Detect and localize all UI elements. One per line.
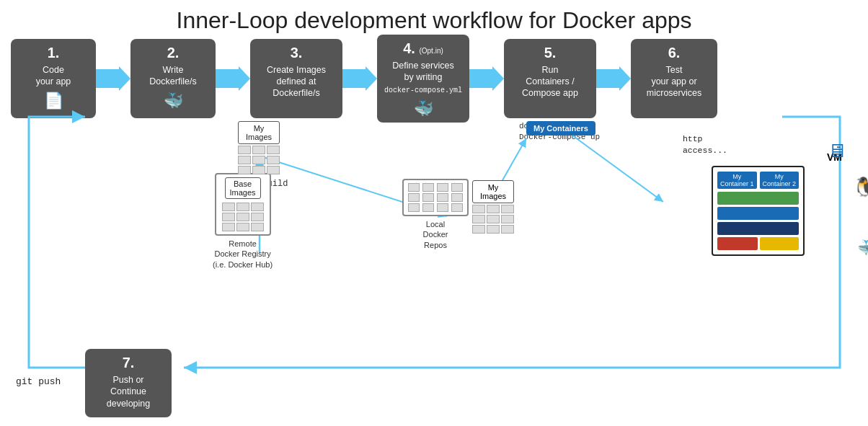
step-1-box: 1. Codeyour app 📄: [11, 39, 96, 118]
local-repos-area: LocalDockerRepos: [402, 179, 469, 250]
my-images-bottom: MyImages: [472, 180, 514, 234]
arrow-3-4: [342, 65, 377, 92]
registry-label: RemoteDocker Registry(i.e. Docker Hub): [213, 239, 273, 270]
step-7-label: Push orContinuedeveloping: [107, 374, 150, 409]
my-images-top-label: MyImages: [238, 121, 280, 144]
step-6-label: Testyour app ormicroservices: [647, 64, 701, 99]
step-3-box: 3. Create Imagesdefined atDockerfile/s: [250, 39, 342, 118]
my-images-top: MyImages: [238, 121, 280, 174]
step-6-box: 6. Testyour app ormicroservices: [631, 39, 717, 118]
container-row-red: [717, 237, 758, 250]
container-row-green: [717, 192, 799, 205]
step-2-label: WriteDockerfile/s: [149, 64, 196, 88]
svg-marker-0: [96, 66, 130, 91]
linux-penguin-icon: 🐧: [852, 176, 868, 198]
step-1-number: 1.: [48, 45, 60, 61]
docker-registry-box: BaseImages: [215, 173, 271, 236]
step-5-label: RunContainers /Compose app: [522, 64, 578, 99]
step-3-number: 3.: [291, 45, 303, 61]
arrow-1-2: [96, 65, 130, 92]
container-rows: [717, 192, 799, 250]
container-row-navy: [717, 222, 799, 235]
container-headers: MyContainer 1 MyContainer 2: [717, 172, 799, 189]
container1-header: MyContainer 1: [717, 172, 757, 189]
arrow-4-5: [469, 65, 504, 92]
arrow-2-3: [216, 65, 250, 92]
container-row-yellow: [760, 237, 799, 250]
docker-whale-icon: 🐳: [857, 239, 868, 257]
svg-marker-1: [216, 66, 250, 91]
docker-registry-area: BaseImages RemoteDocker: [213, 173, 273, 270]
my-images-bottom-label: MyImages: [472, 180, 514, 203]
container2-header: MyContainer 2: [760, 172, 800, 189]
vm-area: VM 🖥 MyContainer 1 MyContainer 2: [712, 151, 852, 256]
step-4-label: Define servicesby writingdocker-compose.…: [384, 60, 462, 95]
base-images-label: BaseImages: [225, 177, 261, 199]
arrow-5-6: [596, 65, 631, 92]
container-row-bottom: [717, 237, 799, 250]
page-title: Inner-Loop development workflow for Dock…: [14, 7, 854, 34]
svg-marker-2: [342, 66, 377, 91]
svg-marker-3: [469, 66, 504, 91]
step-4-opt: (Opt.in): [419, 47, 443, 55]
steps-row: 1. Codeyour app 📄 2. WriteDockerfile/s 🐳…: [11, 35, 857, 123]
step-5-number: 5.: [544, 45, 557, 61]
step-3-label: Create Imagesdefined atDockerfile/s: [267, 64, 326, 99]
step-2-number: 2.: [167, 45, 180, 61]
step-1-label: Codeyour app: [36, 64, 71, 88]
step-5-box: 5. RunContainers /Compose app: [504, 39, 596, 118]
step-1-icon: 📄: [44, 92, 63, 110]
step-2-icon: 🐳: [164, 92, 183, 110]
vm-box: MyContainer 1 MyContainer 2: [712, 166, 805, 256]
vm-label: VM: [712, 151, 842, 163]
step-2-box: 2. WriteDockerfile/s 🐳: [130, 39, 216, 118]
local-repos-label: LocalDockerRepos: [423, 219, 448, 250]
page: Inner-Loop development workflow for Dock…: [0, 0, 868, 426]
git-push-label: git push: [16, 376, 61, 387]
step-4-icon: 🐳: [414, 99, 433, 118]
my-containers-box: My Containers: [526, 121, 595, 136]
local-repos-box: [402, 179, 469, 216]
container-row-blue: [717, 207, 799, 220]
step-7-number: 7.: [123, 355, 135, 371]
step-4-number: 4. (Opt.in): [403, 40, 443, 57]
svg-marker-4: [596, 66, 631, 91]
step-4-box: 4. (Opt.in) Define servicesby writingdoc…: [377, 35, 469, 123]
monitor-icon: 🖥: [828, 140, 846, 162]
step-6-number: 6.: [668, 45, 681, 61]
step-7-box: 7. Push orContinuedeveloping: [85, 349, 172, 417]
